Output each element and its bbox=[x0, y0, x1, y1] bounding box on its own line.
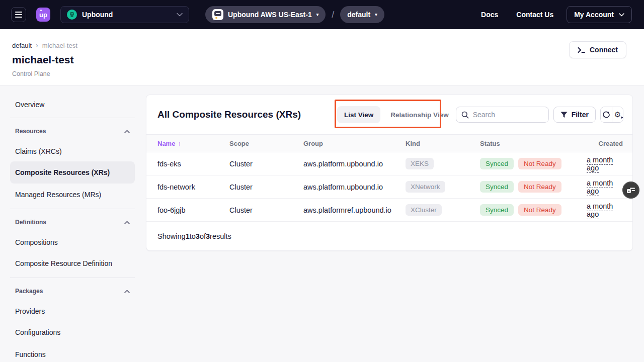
org-switcher-label: Upbound bbox=[82, 11, 113, 19]
control-plane-label: Upbound AWS US-East-1 bbox=[228, 11, 312, 19]
status-badge-synced: Synced bbox=[480, 181, 514, 193]
cell-name: fds-eks bbox=[157, 160, 229, 168]
cell-group: aws.platform.upbound.io bbox=[303, 183, 406, 191]
sort-asc-icon: ↑ bbox=[178, 140, 181, 147]
page-title: michael-test bbox=[12, 54, 632, 66]
card-title: All Composite Resources (XRs) bbox=[157, 109, 301, 120]
refresh-button[interactable] bbox=[601, 107, 612, 122]
sidebar-divider bbox=[10, 209, 135, 209]
breadcrumb-parent[interactable]: default bbox=[12, 42, 32, 49]
auto-refresh-settings-button[interactable]: ⚙▸ bbox=[612, 107, 623, 122]
cell-kind: XCluster bbox=[406, 204, 480, 216]
column-header-created: Created bbox=[599, 140, 623, 147]
chevron-down-icon bbox=[177, 13, 183, 17]
cell-scope: Cluster bbox=[229, 183, 303, 191]
search-icon bbox=[461, 111, 469, 119]
upbound-logo[interactable]: up bbox=[36, 8, 50, 22]
status-badge-synced: Synced bbox=[480, 204, 514, 216]
sidebar-divider bbox=[10, 278, 135, 278]
sidebar-item-providers[interactable]: Providers bbox=[10, 301, 135, 321]
sidebar-section-packages[interactable]: Packages bbox=[10, 281, 135, 301]
path-separator: / bbox=[332, 10, 334, 20]
sidebar-item-overview[interactable]: Overview bbox=[10, 95, 135, 115]
cell-group: aws.platform.upbound.io bbox=[303, 160, 406, 168]
section-header-label: Packages bbox=[15, 288, 43, 295]
cell-name: fds-network bbox=[157, 183, 229, 191]
filter-funnel-icon bbox=[560, 112, 568, 118]
sidebar-section-resources[interactable]: Resources bbox=[10, 121, 135, 141]
chevron-up-icon bbox=[124, 290, 130, 293]
table-header-row: Name ↑ Scope Group Kind Status Created bbox=[146, 134, 632, 152]
kind-badge: XEKS bbox=[406, 158, 434, 169]
cell-status: Synced Not Ready bbox=[480, 204, 587, 216]
sidebar-item-claims-xrcs[interactable]: Claims (XRCs) bbox=[10, 141, 135, 161]
table-row[interactable]: fds-eks Cluster aws.platform.upbound.io … bbox=[146, 152, 632, 175]
section-header-label: Definitions bbox=[15, 219, 46, 226]
group-switcher-label: default bbox=[347, 11, 370, 19]
status-badge-not-ready: Not Ready bbox=[518, 158, 561, 169]
topbar-right: Docs Contact Us My Account bbox=[481, 6, 632, 23]
created-tooltip-trigger[interactable]: a month ago bbox=[587, 179, 613, 196]
caret-down-icon: ▾ bbox=[316, 13, 319, 17]
breadcrumb-chevron-icon: › bbox=[36, 41, 38, 49]
kind-badge: XCluster bbox=[406, 204, 442, 216]
cell-kind: XNetwork bbox=[406, 181, 480, 193]
sidebar-item-composite-resource-definition[interactable]: Composite Resource Definition bbox=[10, 252, 135, 275]
filter-label: Filter bbox=[572, 111, 589, 119]
cell-status: Synced Not Ready bbox=[480, 158, 587, 169]
column-header-status: Status bbox=[480, 140, 587, 147]
column-header-kind: Kind bbox=[406, 140, 480, 147]
breadcrumb-current: michael-test bbox=[42, 42, 77, 49]
sidebar-item-functions[interactable]: Functions bbox=[10, 343, 135, 362]
sidebar-item-configurations[interactable]: Configurations bbox=[10, 321, 135, 343]
column-header-group: Group bbox=[303, 140, 406, 147]
terminal-icon bbox=[578, 47, 585, 53]
view-toggle: List View Relationship View bbox=[337, 106, 456, 123]
refresh-icon bbox=[602, 111, 610, 118]
cell-scope: Cluster bbox=[229, 160, 303, 168]
control-plane-icon bbox=[212, 9, 223, 20]
cell-created: a month ago bbox=[587, 179, 623, 195]
cell-created: a month ago bbox=[587, 202, 623, 218]
connect-button[interactable]: Connect bbox=[569, 41, 626, 58]
floating-widget-button[interactable] bbox=[622, 182, 639, 199]
search-input[interactable] bbox=[473, 111, 543, 119]
composite-resources-card: All Composite Resources (XRs) List View … bbox=[146, 95, 633, 251]
page-subtitle: Control Plane bbox=[12, 70, 632, 77]
control-plane-switcher[interactable]: Upbound AWS US-East-1 ▾ bbox=[205, 6, 326, 23]
table-row[interactable]: foo-6jgjb Cluster aws.platformref.upboun… bbox=[146, 199, 632, 222]
cell-group: aws.platformref.upbound.io bbox=[303, 206, 406, 214]
docs-link[interactable]: Docs bbox=[481, 11, 498, 19]
column-header-scope: Scope bbox=[229, 140, 303, 147]
cell-scope: Cluster bbox=[229, 206, 303, 214]
gear-play-icon: ⚙▸ bbox=[614, 111, 621, 119]
hamburger-icon bbox=[15, 12, 22, 18]
my-account-label: My Account bbox=[574, 11, 614, 19]
sidebar-section-definitions[interactable]: Definitions bbox=[10, 212, 135, 232]
cell-kind: XEKS bbox=[406, 158, 480, 169]
sidebar-item-managed-resources-mrs[interactable]: Managed Resources (MRs) bbox=[10, 184, 135, 206]
table-row[interactable]: fds-network Cluster aws.platform.upbound… bbox=[146, 175, 632, 199]
created-tooltip-trigger[interactable]: a month ago bbox=[587, 202, 613, 219]
group-switcher[interactable]: default ▾ bbox=[340, 6, 384, 23]
menu-button[interactable] bbox=[11, 7, 26, 22]
created-tooltip-trigger[interactable]: a month ago bbox=[587, 156, 613, 173]
my-account-button[interactable]: My Account bbox=[567, 6, 632, 23]
org-switcher[interactable]: Upbound bbox=[60, 6, 189, 23]
page: up Upbound Upbound AWS US-East-1 ▾ / def… bbox=[0, 0, 644, 362]
connect-label: Connect bbox=[590, 46, 618, 54]
contact-us-link[interactable]: Contact Us bbox=[516, 11, 553, 19]
results-summary: Showing 1 to 3 of 3 results bbox=[146, 222, 632, 250]
page-header: default › michael-test michael-test Cont… bbox=[0, 29, 644, 85]
card-header: All Composite Resources (XRs) List View … bbox=[146, 95, 632, 134]
sidebar-item-compositions[interactable]: Compositions bbox=[10, 232, 135, 252]
filter-button[interactable]: Filter bbox=[553, 107, 596, 123]
column-header-name[interactable]: Name ↑ bbox=[157, 140, 229, 147]
list-view-tab[interactable]: List View bbox=[337, 106, 380, 123]
chevron-up-icon bbox=[124, 130, 130, 133]
status-badge-not-ready: Not Ready bbox=[518, 181, 561, 193]
relationship-view-tab[interactable]: Relationship View bbox=[383, 106, 455, 123]
table-actions: ⚙▸ bbox=[600, 107, 623, 123]
chevron-up-icon bbox=[124, 221, 130, 224]
sidebar-item-composite-resources-xrs[interactable]: Composite Resources (XRs) bbox=[10, 161, 135, 184]
